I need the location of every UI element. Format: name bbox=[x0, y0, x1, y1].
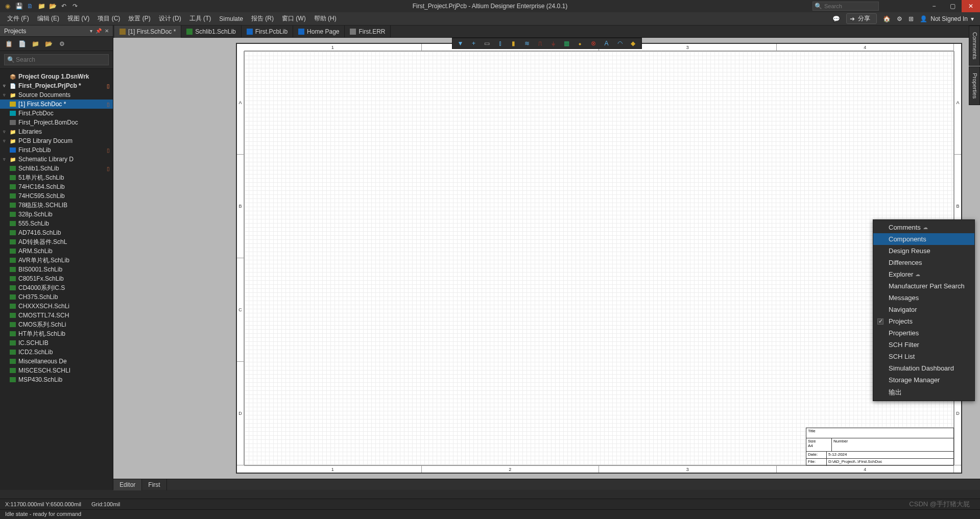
folder-icon-1[interactable]: 📁 bbox=[32, 40, 39, 47]
tree-item[interactable]: AD转换器件.SchL bbox=[0, 237, 113, 246]
tree-item[interactable]: MISCESCH.SCHLI bbox=[0, 366, 113, 375]
tree-item[interactable]: First.PcbDoc bbox=[0, 109, 113, 118]
panel-menu-simulation-dashboard[interactable]: Simulation Dashboard bbox=[873, 362, 974, 374]
menu-项目[interactable]: 项目 (C) bbox=[93, 14, 124, 23]
tree-item[interactable]: CMOS系列.SchLi bbox=[0, 320, 113, 329]
menu-帮助[interactable]: 帮助 (H) bbox=[310, 14, 341, 23]
comment-icon[interactable]: 💬 bbox=[832, 15, 840, 22]
tree-item[interactable]: AVR单片机.SchLib bbox=[0, 256, 113, 265]
tree-item[interactable]: 📦Project Group 1.DsnWrk bbox=[0, 72, 113, 81]
folder-icon-2[interactable]: 📂 bbox=[45, 40, 52, 47]
menu-Simulate[interactable]: Simulate bbox=[215, 15, 247, 22]
redo-icon[interactable]: ↷ bbox=[71, 3, 79, 10]
new-doc-icon[interactable]: 📄 bbox=[18, 40, 26, 47]
align-icon[interactable]: ⫿ bbox=[496, 39, 505, 47]
folder-star-icon[interactable]: 📂 bbox=[49, 3, 56, 10]
doc-tab[interactable]: [1] First.SchDoc * bbox=[114, 26, 181, 38]
tree-item[interactable]: ARM.SchLib bbox=[0, 246, 113, 256]
tree-item[interactable]: MSP430.SchLib bbox=[0, 375, 113, 384]
tree-item[interactable]: ICD2.SchLib bbox=[0, 348, 113, 357]
port-icon[interactable]: ⬥ bbox=[576, 39, 584, 47]
tree-item[interactable]: Schlib1.SchLib▯ bbox=[0, 164, 113, 173]
menu-放置[interactable]: 放置 (P) bbox=[124, 14, 154, 23]
panel-menu-navigator[interactable]: Navigator bbox=[873, 304, 974, 315]
menu-视图[interactable]: 视图 (V) bbox=[63, 14, 93, 23]
panel-menu-properties[interactable]: Properties bbox=[873, 327, 974, 339]
doc-tab[interactable]: Home Page bbox=[293, 26, 345, 38]
panel-menu-differences[interactable]: Differences bbox=[873, 257, 974, 268]
clipboard-icon[interactable]: 📋 bbox=[5, 40, 12, 47]
panel-menu-sch-filter[interactable]: SCH Filter bbox=[873, 339, 974, 351]
tree-item[interactable]: 74HC164.SchLib bbox=[0, 182, 113, 191]
maximize-button[interactable]: ▢ bbox=[943, 0, 962, 12]
menu-文件[interactable]: 文件 (F) bbox=[3, 14, 33, 23]
panel-menu-messages[interactable]: Messages bbox=[873, 292, 974, 304]
home-icon[interactable]: 🏠 bbox=[883, 15, 891, 22]
sheet-grid[interactable] bbox=[244, 51, 954, 465]
tree-item[interactable]: 74HC595.SchLib bbox=[0, 191, 113, 201]
netlabel-icon[interactable]: ⎍ bbox=[536, 39, 544, 47]
panel-menu-components[interactable]: Components bbox=[873, 233, 974, 245]
tree-item[interactable]: First_Project.BomDoc bbox=[0, 118, 113, 127]
tree-item[interactable]: CHXXXSCH.SchLi bbox=[0, 302, 113, 311]
panel-menu-explorer[interactable]: Explorer☁ bbox=[873, 268, 974, 280]
open-folder-icon[interactable]: 📁 bbox=[38, 3, 45, 10]
panel-menu-sch-list[interactable]: SCH List bbox=[873, 351, 974, 362]
lines-icon[interactable]: ≋ bbox=[523, 39, 531, 47]
tree-item[interactable]: 555.SchLib bbox=[0, 219, 113, 228]
ground-icon[interactable]: ⏚ bbox=[549, 39, 558, 47]
tree-item[interactable]: 328p.SchLib bbox=[0, 210, 113, 219]
tree-item[interactable]: ▿📁Schematic Library D bbox=[0, 155, 113, 164]
rect-icon[interactable]: ▭ bbox=[483, 39, 491, 47]
bottom-tab-first[interactable]: First bbox=[142, 479, 166, 490]
tree-item[interactable]: ▿📁Libraries bbox=[0, 127, 113, 136]
filter-icon[interactable]: ▼ bbox=[457, 39, 465, 47]
panel-menu-storage-manager[interactable]: Storage Manager bbox=[873, 374, 974, 386]
tree-item[interactable]: HT单片机.SchLib bbox=[0, 329, 113, 338]
side-tab-comments[interactable]: Comments bbox=[969, 26, 980, 66]
tree-item[interactable]: BIS0001.SchLib bbox=[0, 265, 113, 274]
tree-item[interactable]: Miscellaneous De bbox=[0, 357, 113, 366]
undo-icon[interactable]: ↶ bbox=[60, 3, 67, 10]
text-icon[interactable]: A bbox=[603, 39, 611, 47]
tree-item[interactable]: CH375.SchLib bbox=[0, 292, 113, 302]
tree-item[interactable]: IC.SCHLIB bbox=[0, 338, 113, 348]
pin-icon[interactable]: ▾ bbox=[90, 28, 92, 34]
tree-item[interactable]: First.PcbLib▯ bbox=[0, 145, 113, 155]
tree-item[interactable]: ▿📁PCB Library Docum bbox=[0, 136, 113, 145]
menu-报告[interactable]: 报告 (R) bbox=[247, 14, 278, 23]
projects-search-input[interactable] bbox=[4, 54, 109, 65]
cross-icon[interactable]: ⊗ bbox=[589, 39, 597, 47]
schematic-workspace[interactable]: 1234 1234 ABCD ABCD Title SizeA4 Number … bbox=[113, 38, 980, 479]
menu-设计[interactable]: 设计 (D) bbox=[155, 14, 185, 23]
doc-tab[interactable]: Schlib1.SchLib bbox=[181, 26, 241, 38]
share-button[interactable]: ➜ 分享 bbox=[846, 13, 877, 24]
tree-item[interactable]: 78稳压块.SCHLIB bbox=[0, 201, 113, 210]
menu-工具[interactable]: 工具 (T) bbox=[185, 14, 216, 23]
minimize-button[interactable]: − bbox=[925, 0, 943, 12]
gear-icon[interactable]: ⚙ bbox=[897, 15, 902, 22]
tree-item[interactable]: CD4000系列IC.S bbox=[0, 283, 113, 292]
side-tab-properties[interactable]: Properties bbox=[969, 66, 980, 105]
arc-icon[interactable]: ◠ bbox=[616, 39, 624, 47]
panel-menu-manufacturer-part-search[interactable]: Manufacturer Part Search bbox=[873, 280, 974, 292]
doc-tab[interactable]: First.PcbLib bbox=[242, 26, 293, 38]
doc-tab[interactable]: First.ERR bbox=[345, 26, 391, 38]
bottom-tab-editor[interactable]: Editor bbox=[113, 479, 142, 490]
panel-menu-design-reuse[interactable]: Design Reuse bbox=[873, 245, 974, 257]
tree-item[interactable]: 51单片机.SchLib bbox=[0, 173, 113, 182]
tree-item[interactable]: CMOSTTL74.SCH bbox=[0, 311, 113, 320]
tree-item[interactable]: C8051Fx.SchLib bbox=[0, 274, 113, 283]
flag-icon[interactable]: ▮ bbox=[510, 39, 518, 47]
tree-item[interactable]: [1] First.SchDoc *▯ bbox=[0, 100, 113, 109]
panel-menu-comments[interactable]: Comments☁ bbox=[873, 221, 974, 233]
menu-窗口[interactable]: 窗口 (W) bbox=[278, 14, 310, 23]
save-icon[interactable]: 💾 bbox=[15, 3, 22, 10]
close-button[interactable]: ✕ bbox=[962, 0, 980, 12]
search-input[interactable] bbox=[812, 2, 879, 11]
tree-item[interactable]: ▿📁Source Documents bbox=[0, 90, 113, 100]
grid-icon[interactable]: ⊞ bbox=[909, 15, 914, 22]
add-icon[interactable]: + bbox=[470, 39, 478, 47]
panel-close-icon[interactable]: ✕ bbox=[105, 28, 109, 34]
panel-menu-projects[interactable]: ✓Projects bbox=[873, 315, 974, 327]
